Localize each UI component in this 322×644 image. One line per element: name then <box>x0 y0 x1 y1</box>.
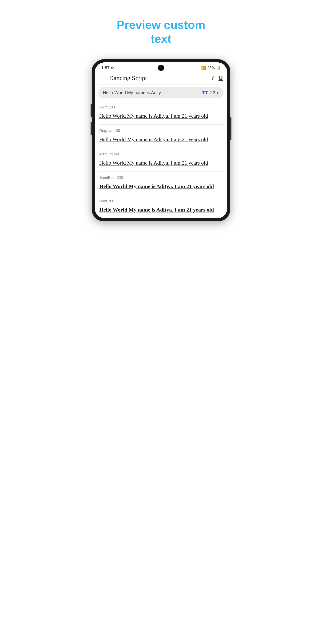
status-bar: 1:57 ✿ 📶 28% 🔋 <box>95 62 227 72</box>
font-size-control[interactable]: 22 ▼ <box>210 90 219 95</box>
weight-label-regular: Regular 400 <box>99 128 223 133</box>
status-left: 1:57 ✿ <box>101 66 114 70</box>
font-preview-medium: Hello World My name is Aditya. I am 21 y… <box>99 159 223 167</box>
back-button[interactable]: ← <box>99 74 105 82</box>
font-section-semibold: SemiBold 600 Hello World My name is Adit… <box>98 172 224 195</box>
battery-text: 28% <box>207 66 215 70</box>
status-activity-icon: ✿ <box>111 66 114 70</box>
font-section-regular: Regular 400 Hello World My name is Adity… <box>98 124 224 148</box>
phone-mockup: 1:57 ✿ 📶 28% 🔋 ← Dancing Script I U Hell… <box>92 59 230 222</box>
phone-screen: 1:57 ✿ 📶 28% 🔋 ← Dancing Script I U Hell… <box>95 62 227 218</box>
camera-area <box>158 64 164 71</box>
wifi-icon: 📶 <box>201 66 206 70</box>
font-preview-semibold: Hello World My name is Aditya. I am 21 y… <box>99 182 223 190</box>
font-section-light: Light 300 Hello World My name is Aditya.… <box>98 101 224 124</box>
font-section-bold: Bold 700 Hello World My name is Aditya. … <box>98 195 224 218</box>
weight-label-medium: Medium 500 <box>99 152 223 156</box>
text-size-icon: TT <box>202 90 208 96</box>
battery-icon: 🔋 <box>216 66 221 70</box>
font-section-medium: Medium 500 Hello World My name is Aditya… <box>98 148 224 172</box>
app-bar: ← Dancing Script I U <box>95 72 227 84</box>
volume-down-button <box>90 122 92 135</box>
weight-label-semibold: SemiBold 600 <box>99 176 223 180</box>
font-preview-light: Hello World My name is Aditya. I am 21 y… <box>99 112 223 120</box>
font-name-title: Dancing Script <box>109 74 209 82</box>
font-preview-regular: Hello World My name is Aditya. I am 21 y… <box>99 135 223 143</box>
italic-button[interactable]: I <box>212 74 214 82</box>
page-title: Preview custom text <box>117 18 205 46</box>
status-right: 📶 28% 🔋 <box>201 66 221 70</box>
weight-label-light: Light 300 <box>99 105 223 110</box>
weight-label-bold: Bold 700 <box>99 199 223 204</box>
underline-button[interactable]: U <box>218 74 223 82</box>
text-input-bar[interactable]: Hello World My name is Adity TT 22 ▼ <box>98 87 224 98</box>
camera-dot <box>158 64 164 71</box>
status-time: 1:57 <box>101 66 110 70</box>
power-button <box>230 118 232 140</box>
volume-up-button <box>90 104 92 118</box>
font-size-dropdown-icon[interactable]: ▼ <box>216 91 219 94</box>
preview-text-input[interactable]: Hello World My name is Adity <box>103 90 200 95</box>
font-preview-bold: Hello World My name is Aditya. I am 21 y… <box>99 206 223 214</box>
font-size-value: 22 <box>210 90 215 95</box>
font-weight-list: Light 300 Hello World My name is Aditya.… <box>95 101 227 218</box>
